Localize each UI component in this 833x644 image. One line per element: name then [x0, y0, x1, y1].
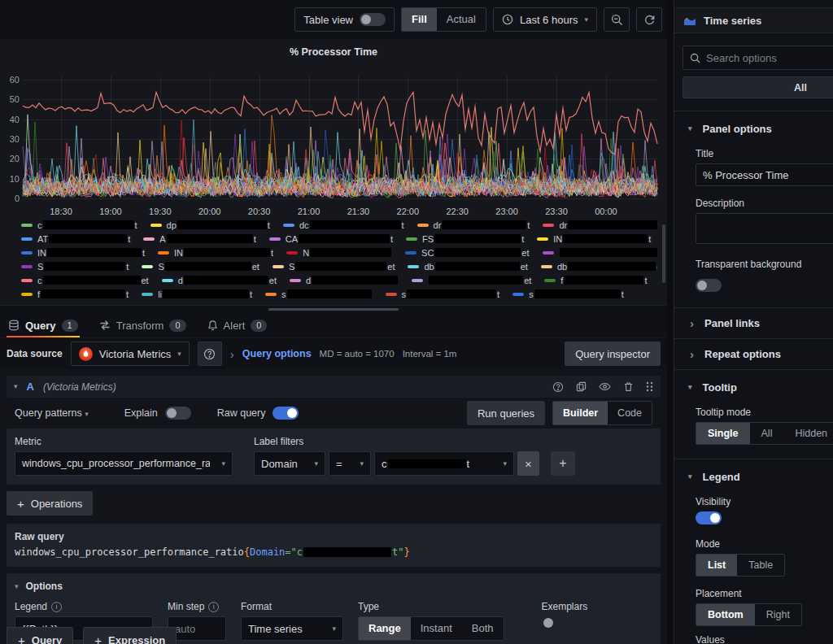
legend-item[interactable]: st	[512, 289, 624, 299]
datasource-picker[interactable]: Victoria Metrics ▾	[71, 342, 190, 366]
add-filter-button[interactable]: +	[551, 451, 575, 476]
legend-item[interactable]: ct	[21, 220, 137, 230]
y-tick: 20	[0, 154, 20, 163]
legend-item[interactable]: St	[21, 262, 129, 272]
tooltip-single-option[interactable]: Single	[696, 423, 750, 444]
search-options-input[interactable]	[706, 52, 833, 64]
filter-value-select[interactable]: ct ▾	[374, 451, 514, 476]
legend-item[interactable]	[543, 248, 657, 257]
fill-option[interactable]: Fill	[402, 8, 437, 31]
time-range-picker[interactable]: Last 6 hours ▾	[493, 7, 597, 32]
legend-item[interactable]: dct	[283, 220, 404, 230]
builder-option[interactable]: Builder	[553, 402, 608, 424]
query-options-link[interactable]: Query options	[242, 348, 312, 359]
legend-item[interactable]: cet	[21, 276, 149, 285]
query-row-header[interactable]: ▾ A (Victoria Metrics)	[7, 376, 661, 398]
chart-canvas[interactable]	[0, 63, 667, 205]
drag-handle-icon[interactable]	[646, 381, 653, 392]
legend-item[interactable]: d	[290, 276, 399, 285]
legend-item[interactable]: drt	[543, 220, 657, 230]
tab-transform[interactable]: Transform 0	[99, 313, 186, 337]
help-circle-icon[interactable]	[552, 381, 564, 393]
placement-right-option[interactable]: Right	[755, 604, 801, 625]
legend-list-option[interactable]: List	[696, 555, 737, 576]
legend-item[interactable]: Set	[273, 262, 395, 272]
tab-alert[interactable]: Alert 0	[207, 313, 268, 337]
repeat-options-section[interactable]: › Repeat options	[674, 339, 833, 369]
raw-query-switch[interactable]	[273, 407, 299, 420]
visualization-picker[interactable]: Time series	[674, 7, 833, 33]
filter-all-button[interactable]: All	[683, 76, 833, 98]
legend-marker	[286, 251, 298, 255]
legend-item[interactable]: dpt	[150, 220, 270, 230]
legend-item[interactable]: INt	[158, 248, 273, 258]
panel-links-section[interactable]: › Panel links	[674, 308, 833, 338]
legend-item[interactable]: dbet	[408, 262, 527, 272]
legend-item[interactable]: s	[265, 289, 373, 299]
type-instant-option[interactable]: Instant	[411, 617, 462, 640]
legend-marker	[21, 265, 33, 268]
legend-item[interactable]: ATt	[21, 234, 130, 244]
eye-icon[interactable]	[599, 381, 611, 392]
x-tick: 19:30	[142, 207, 178, 216]
legend-item[interactable]: CAt	[269, 234, 393, 244]
datasource-help-button[interactable]	[198, 342, 222, 366]
remove-filter-button[interactable]: ×	[517, 451, 539, 476]
legend-item[interactable]: ft	[544, 276, 647, 285]
legend-table-option[interactable]: Table	[737, 555, 784, 576]
query-patterns-dropdown[interactable]: Query patterns ▾	[15, 407, 89, 419]
add-operations-button[interactable]: +Operations	[7, 491, 93, 516]
section-panel-options[interactable]: ▾ Panel options	[674, 111, 833, 146]
transparent-bg-switch[interactable]	[696, 279, 722, 292]
add-query-button[interactable]: +Query	[7, 627, 73, 644]
legend-item[interactable]: det	[162, 276, 277, 285]
tab-query[interactable]: Query 1	[8, 313, 78, 337]
placement-bottom-option[interactable]: Bottom	[696, 604, 755, 625]
panel-title-input[interactable]	[696, 163, 833, 186]
options-collapse-header[interactable]: ▾ Options	[15, 581, 652, 592]
legend-item[interactable]: lit	[142, 289, 252, 299]
legend-item[interactable]: Set	[142, 262, 259, 272]
zoom-out-button[interactable]	[604, 7, 630, 32]
legend-item[interactable]: INt	[537, 234, 651, 244]
refresh-button[interactable]	[636, 7, 662, 32]
duplicate-icon[interactable]	[576, 381, 587, 392]
description-textarea[interactable]	[696, 213, 833, 244]
query-inspector-button[interactable]: Query inspector	[565, 342, 661, 366]
legend-item[interactable]: drt	[417, 220, 530, 230]
legend-item[interactable]: SCet	[405, 248, 529, 258]
legend-item[interactable]: dbet	[541, 262, 657, 272]
legend-item[interactable]: ft	[21, 289, 129, 299]
legend-item[interactable]: At	[143, 234, 255, 244]
run-queries-button[interactable]: Run queries	[467, 401, 545, 425]
legend-item[interactable]: st	[386, 289, 500, 299]
legend-marker	[512, 293, 524, 296]
legend-item[interactable]: et	[412, 276, 531, 285]
table-view-switch[interactable]	[360, 13, 386, 26]
section-tooltip[interactable]: ▾ Tooltip	[674, 370, 833, 404]
type-both-option[interactable]: Both	[462, 617, 504, 640]
legend-mode-label: Mode	[696, 538, 833, 550]
code-option[interactable]: Code	[608, 402, 652, 424]
legend-item[interactable]: N	[286, 248, 392, 258]
legend-visibility-switch[interactable]	[696, 511, 722, 524]
trash-icon[interactable]	[623, 381, 634, 392]
sidebar-splitter[interactable]	[667, 0, 674, 644]
legend-scrollbar[interactable]	[662, 224, 665, 283]
filter-key-select[interactable]: Domain ▾	[254, 451, 325, 476]
add-expression-button[interactable]: +Expression	[83, 627, 177, 644]
editor-splitter[interactable]	[0, 305, 667, 313]
tooltip-all-option[interactable]: All	[750, 423, 784, 444]
legend-item[interactable]: INt	[21, 248, 145, 258]
tooltip-hidden-option[interactable]: Hidden	[783, 423, 833, 444]
actual-option[interactable]: Actual	[437, 8, 486, 31]
filter-op-select[interactable]: = ▾	[329, 451, 371, 476]
splitter-handle[interactable]	[268, 308, 399, 311]
collapse-icon[interactable]: ▾	[14, 383, 18, 390]
format-select[interactable]: Time series ▾	[241, 616, 343, 641]
section-legend[interactable]: ▾ Legend	[674, 459, 833, 494]
metric-select[interactable]: windows_cpu_processor_performance_ratio …	[15, 451, 233, 476]
explain-switch[interactable]	[165, 407, 191, 420]
legend-item[interactable]: FSt	[406, 234, 524, 244]
type-range-option[interactable]: Range	[359, 617, 411, 640]
